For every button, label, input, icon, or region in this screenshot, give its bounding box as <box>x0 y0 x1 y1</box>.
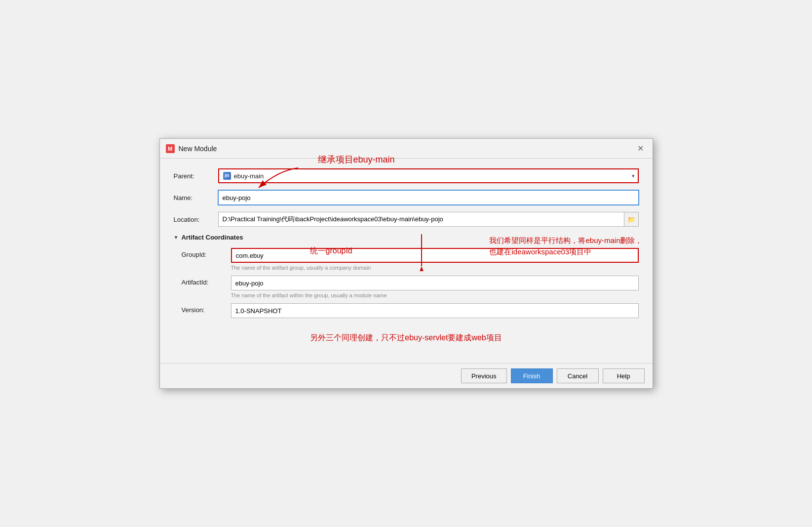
annotation-groupid: 统一groupId <box>310 246 352 256</box>
annotation-bottom: 另外三个同理创建，只不过ebuy-servlet要建成web项目 <box>174 333 639 343</box>
folder-icon: 📁 <box>627 216 635 223</box>
name-control <box>218 190 639 205</box>
parent-value: ebuy-main <box>234 172 264 180</box>
titlebar-left: M New Module <box>166 144 217 153</box>
groupid-control: 统一groupId <box>231 248 639 263</box>
parent-row: Parent: m ebuy-main ▾ <box>174 168 639 183</box>
location-input[interactable] <box>218 212 624 227</box>
dialog-footer: Previous Finish Cancel Help <box>160 363 653 388</box>
parent-label: Parent: <box>174 172 218 180</box>
artifactid-input[interactable] <box>231 276 639 290</box>
section-title: Artifact Coordinates <box>181 234 243 241</box>
location-label: Location: <box>174 216 218 223</box>
titlebar: M New Module ✕ <box>160 139 653 159</box>
finish-button[interactable]: Finish <box>511 368 553 383</box>
parent-field[interactable]: m ebuy-main <box>218 168 639 183</box>
artifactid-control <box>231 276 639 290</box>
help-button[interactable]: Help <box>603 368 645 383</box>
section-header: ▼ Artifact Coordinates <box>174 234 639 241</box>
new-module-dialog: M New Module ✕ 继承项目ebuy-main Parent: <box>159 138 653 389</box>
browse-button[interactable]: 📁 <box>624 212 639 227</box>
cancel-button[interactable]: Cancel <box>557 368 599 383</box>
location-row: Location: 📁 <box>174 212 639 227</box>
groupid-label: GroupId: <box>182 248 231 258</box>
version-control <box>231 303 639 318</box>
dialog-title: New Module <box>179 145 217 153</box>
version-input[interactable] <box>231 303 639 318</box>
section-content: GroupId: 统一groupId The name of the artif… <box>174 248 639 318</box>
name-label: Name: <box>174 194 218 202</box>
dialog-body: 继承项目ebuy-main Parent: m ebuy-main ▾ <box>160 159 653 363</box>
close-button[interactable]: ✕ <box>634 143 647 154</box>
version-label: Version: <box>182 303 231 314</box>
location-wrapper: 📁 <box>218 212 639 227</box>
name-row: Name: <box>174 190 639 205</box>
artifactid-label: ArtifactId: <box>182 276 231 286</box>
dialog-icon: M <box>166 144 175 153</box>
maven-icon: m <box>223 172 231 180</box>
version-row: Version: <box>182 303 639 318</box>
name-input[interactable] <box>218 190 639 205</box>
groupid-input[interactable] <box>231 248 639 263</box>
artifactid-help: The name of the artifact within the grou… <box>182 292 639 298</box>
parent-select-wrapper: m ebuy-main ▾ <box>218 168 639 183</box>
artifactid-row: ArtifactId: <box>182 276 639 290</box>
groupid-help: The name of the artifact group, usually … <box>182 265 639 271</box>
collapse-icon[interactable]: ▼ <box>174 235 179 240</box>
groupid-row: GroupId: 统一groupId <box>182 248 639 263</box>
previous-button[interactable]: Previous <box>461 368 507 383</box>
